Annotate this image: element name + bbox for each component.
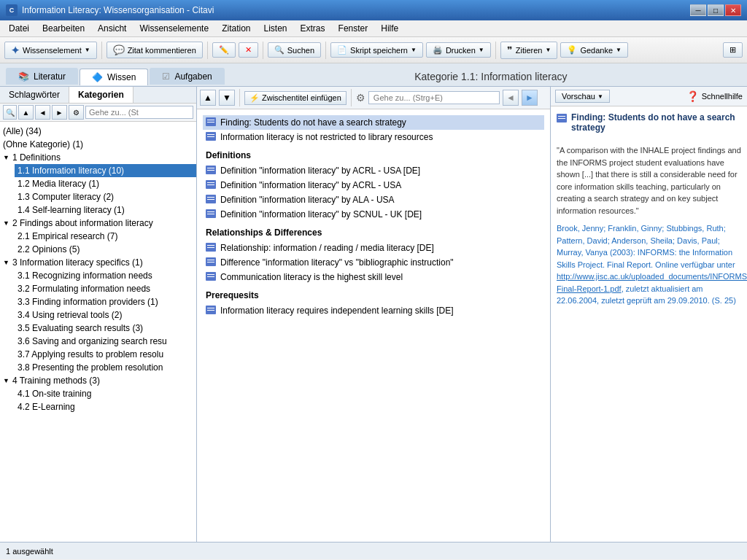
zitat-label: Zitat kommentieren — [128, 46, 196, 55]
tree-section-4-header[interactable]: ▼ 4 Training methods (3) — [0, 374, 196, 387]
left-up-btn[interactable]: ▲ — [18, 105, 34, 120]
center-up-btn[interactable]: ▲ — [200, 90, 216, 106]
drucken-button[interactable]: 🖨️ Drucken ▼ — [426, 42, 491, 58]
left-back-btn[interactable]: ◄ — [35, 105, 50, 120]
delete-button[interactable]: ✕ — [239, 42, 258, 58]
msg-icon-pre1 — [206, 306, 216, 314]
content-def-1[interactable]: Definition "information literacy" by ACR… — [203, 163, 544, 178]
content-top-label: Finding: Students do not have a search s… — [220, 117, 406, 128]
content-rel-3[interactable]: Communication literacy is the highest sk… — [203, 270, 544, 284]
content-rel-2[interactable]: Difference "information literacy" vs "bi… — [203, 255, 544, 270]
menu-extras[interactable]: Extras — [295, 22, 331, 35]
preview-msg-icon — [557, 114, 567, 122]
tree-section-4-children: 4.1 On-site training 4.2 E-Learning — [0, 387, 196, 413]
literatur-icon: 📚 — [18, 71, 29, 82]
center-down-btn[interactable]: ▼ — [219, 90, 235, 106]
tree-item-3-1[interactable]: 3.1 Recognizing information needs — [15, 269, 196, 282]
gear-icon: ⚙ — [356, 92, 365, 104]
tree-section-2-header[interactable]: ▼ 2 Findings about information literacy — [0, 217, 196, 230]
tree-section-3: ▼ 3 Information literacy specifics (1) 3… — [0, 256, 196, 374]
close-button[interactable]: ✕ — [725, 4, 741, 16]
msg-icon-def3 — [206, 195, 216, 203]
tab-aufgaben[interactable]: ☑ Aufgaben — [150, 68, 224, 85]
content-item-top[interactable]: Finding: Students do not have a search s… — [203, 115, 544, 130]
tree-all-label: (Alle) (34) — [3, 126, 42, 136]
subtab-schlagworter[interactable]: Schlagwörter — [0, 87, 69, 103]
tree-item-3-3[interactable]: 3.3 Finding information providers (1) — [15, 295, 196, 308]
menu-listen[interactable]: Listen — [258, 22, 293, 35]
subtab-kategorien[interactable]: Kategorien — [69, 87, 133, 103]
gedanke-button[interactable]: 💡 Gedanke ▼ — [560, 42, 628, 58]
center-forward-nav-btn[interactable]: ► — [522, 90, 538, 106]
wissenselement-button[interactable]: ✦ Wissenselement ▼ — [4, 42, 97, 59]
tab-literatur[interactable]: 📚 Literatur — [6, 68, 78, 85]
left-search-icon-btn[interactable]: 🔍 — [3, 105, 17, 120]
tree-section-4: ▼ 4 Training methods (3) 4.1 On-site tra… — [0, 374, 196, 413]
expand-icon-1: ▼ — [3, 154, 9, 161]
center-back-nav-btn[interactable]: ◄ — [503, 90, 519, 106]
drucken-arrow-icon: ▼ — [479, 47, 484, 53]
tree-item-2-1[interactable]: 2.1 Empirical research (7) — [15, 230, 196, 243]
content-def-3[interactable]: Definition "information literacy" by ALA… — [203, 192, 544, 207]
tree-section-3-header[interactable]: ▼ 3 Information literacy specifics (1) — [0, 256, 196, 269]
tree-item-3-8[interactable]: 3.8 Presenting the problem resolution — [15, 361, 196, 374]
suchen-button[interactable]: 🔍 Suchen — [268, 42, 321, 58]
view-button[interactable]: ⊞ — [723, 42, 743, 58]
tree-section-1-header[interactable]: ▼ 1 Definitions — [0, 151, 196, 164]
tree-item-1-2[interactable]: 1.2 Media literacy (1) — [15, 177, 196, 190]
menu-bearbeiten[interactable]: Bearbeiten — [36, 22, 90, 35]
left-search-input[interactable] — [85, 106, 193, 119]
menu-hilfe[interactable]: Hilfe — [375, 22, 404, 35]
skript-button[interactable]: 📄 Skript speichern ▼ — [330, 42, 423, 58]
view-icon: ⊞ — [729, 45, 736, 55]
center-search-input[interactable] — [368, 91, 500, 104]
maximize-button[interactable]: □ — [708, 4, 724, 16]
tree-item-4-1[interactable]: 4.1 On-site training — [15, 387, 196, 400]
main-toolbar: ✦ Wissenselement ▼ 💬 Zitat kommentieren … — [0, 37, 747, 63]
tree-item-4-2[interactable]: 4.2 E-Learning — [15, 400, 196, 413]
preview-citation: Brook, Jenny; Franklin, Ginny; Stubbings… — [557, 222, 741, 307]
tree-item-3-6[interactable]: 3.6 Saving and organizing search resu — [15, 335, 196, 348]
tree-section-2: ▼ 2 Findings about information literacy … — [0, 217, 196, 256]
menu-wissenselemente[interactable]: Wissenselemente — [133, 22, 214, 35]
tree-item-2-2[interactable]: 2.2 Opinions (5) — [15, 243, 196, 256]
tab-wissen[interactable]: 🔷 Wissen — [80, 69, 148, 85]
toolbar-sep-3 — [263, 42, 263, 59]
tree-item-3-2[interactable]: 3.2 Formulating information needs — [15, 282, 196, 295]
zwischentitel-button[interactable]: ⚡ Zwischentitel einfügen — [244, 91, 347, 105]
aufgaben-icon: ☑ — [162, 71, 170, 82]
tree-item-3-5[interactable]: 3.5 Evaluating search results (3) — [15, 322, 196, 335]
delete-icon: ✕ — [245, 45, 252, 55]
menu-zitation[interactable]: Zitation — [216, 22, 256, 35]
content-def-4[interactable]: Definition "information literacy" by SCN… — [203, 207, 544, 222]
pencil-button[interactable]: ✏️ — [212, 42, 236, 58]
content-rel-1[interactable]: Relationship: information / reading / me… — [203, 241, 544, 255]
citation-url[interactable]: http://www.jisc.ac.uk/uploaded_documents… — [557, 272, 747, 293]
tree-item-1-4[interactable]: 1.4 Self-learning literacy (1) — [15, 203, 196, 217]
citation-link[interactable]: Brook, Jenny; Franklin, Ginny; Stubbings… — [557, 224, 747, 305]
vorschau-button[interactable]: Vorschau ▼ — [555, 90, 610, 103]
tree-item-1-3[interactable]: 1.3 Computer literacy (2) — [15, 190, 196, 203]
title-bar: C Information Literacy: Wissensorganisat… — [0, 0, 747, 20]
content-item-second[interactable]: Information literacy is not restricted t… — [203, 130, 544, 144]
tree-all-item[interactable]: (Alle) (34) — [0, 125, 196, 138]
left-gear-btn[interactable]: ⚙ — [69, 105, 84, 120]
zitat-button[interactable]: 💬 Zitat kommentieren — [107, 42, 203, 58]
left-forward-btn[interactable]: ► — [52, 105, 67, 120]
tree-item-3-4[interactable]: 3.4 Using retrieval tools (2) — [15, 308, 196, 322]
minimize-button[interactable]: ─ — [690, 4, 706, 16]
section-definitions: Definitions — [203, 150, 544, 160]
menu-datei[interactable]: Datei — [3, 22, 35, 35]
main-container: Schlagwörter Kategorien 🔍 ▲ ◄ ► ⚙ (Alle)… — [0, 87, 747, 542]
menu-fenster[interactable]: Fenster — [333, 22, 374, 35]
tree-no-category-item[interactable]: (Ohne Kategorie) (1) — [0, 138, 196, 151]
skript-arrow-icon: ▼ — [411, 47, 417, 53]
tree-item-3-7[interactable]: 3.7 Applying results to problem resolu — [15, 348, 196, 361]
tree-item-1-1[interactable]: 1.1 Information literacy (10) — [15, 164, 196, 177]
menu-ansicht[interactable]: Ansicht — [92, 22, 132, 35]
wissenselement-arrow-icon: ▼ — [85, 47, 90, 53]
toolbar-sep-4 — [325, 42, 326, 59]
content-def-2[interactable]: Definition "information literacy" by ACR… — [203, 178, 544, 192]
content-pre-1[interactable]: Information literacy requires independen… — [203, 303, 544, 318]
zitieren-button[interactable]: ❞ Zitieren ▼ — [500, 42, 558, 59]
